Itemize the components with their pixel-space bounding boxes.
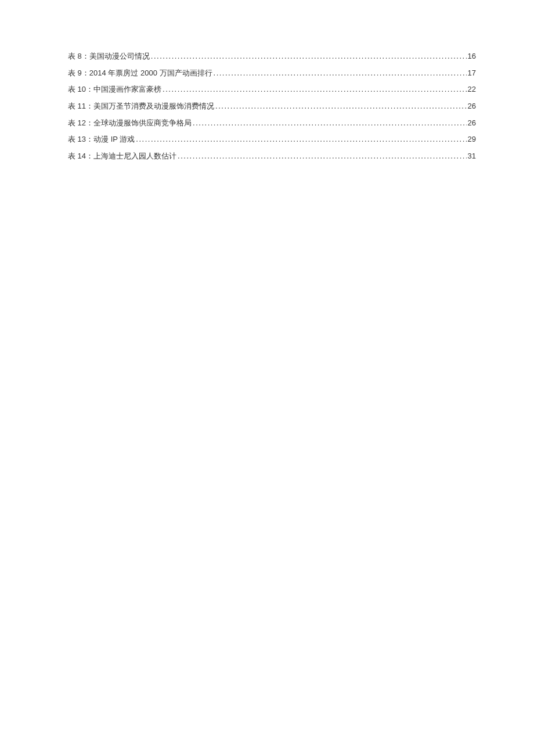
toc-entry-title: 表 14：上海迪士尼入园人数估计: [68, 151, 176, 161]
toc-entry-page: 29: [468, 134, 476, 145]
toc-entry[interactable]: 表 13：动漫 IP 游戏 29: [68, 134, 476, 145]
toc-leader-dots: [178, 151, 466, 161]
toc-entry[interactable]: 表 12：全球动漫服饰供应商竞争格局 26: [68, 118, 476, 128]
toc-entry[interactable]: 表 8：美国动漫公司情况 16: [68, 51, 476, 62]
toc-entry[interactable]: 表 10：中国漫画作家富豪榜 22: [68, 84, 476, 95]
toc-entry-page: 16: [468, 51, 476, 62]
toc-entry-title: 表 11：美国万圣节消费及动漫服饰消费情况: [68, 101, 214, 111]
toc-entry[interactable]: 表 11：美国万圣节消费及动漫服饰消费情况 26: [68, 101, 476, 111]
toc-entry-page: 17: [468, 68, 476, 78]
toc-entry-page: 22: [468, 84, 476, 95]
toc-entry-page: 26: [468, 118, 476, 128]
toc-leader-dots: [193, 118, 466, 128]
toc-leader-dots: [214, 68, 467, 78]
toc-entry[interactable]: 表 9：2014 年票房过 2000 万国产动画排行 17: [68, 68, 476, 78]
table-of-contents: 表 8：美国动漫公司情况 16 表 9：2014 年票房过 2000 万国产动画…: [68, 51, 476, 161]
toc-leader-dots: [163, 84, 466, 95]
toc-entry-title: 表 12：全球动漫服饰供应商竞争格局: [68, 118, 192, 128]
toc-entry-page: 31: [468, 151, 476, 161]
toc-entry-title: 表 13：动漫 IP 游戏: [68, 134, 135, 145]
toc-leader-dots: [215, 101, 466, 111]
toc-leader-dots: [151, 51, 467, 62]
toc-entry-title: 表 8：美国动漫公司情况: [68, 51, 150, 62]
toc-entry-page: 26: [468, 101, 476, 111]
toc-leader-dots: [136, 134, 466, 145]
toc-entry-title: 表 10：中国漫画作家富豪榜: [68, 84, 161, 95]
toc-entry-title: 表 9：2014 年票房过 2000 万国产动画排行: [68, 68, 212, 78]
toc-entry[interactable]: 表 14：上海迪士尼入园人数估计 31: [68, 151, 476, 161]
